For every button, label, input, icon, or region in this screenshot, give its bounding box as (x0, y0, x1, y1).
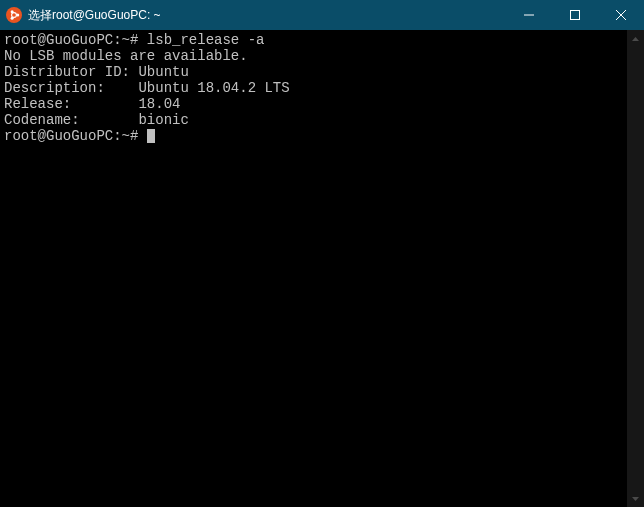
close-button[interactable] (598, 0, 644, 30)
svg-marker-5 (632, 37, 639, 41)
output-text: Description: Ubuntu 18.04.2 LTS (4, 80, 290, 96)
terminal-window: 选择root@GuoGuoPC: ~ root@GuoGuoPC:~# lsb_… (0, 0, 644, 507)
scrollbar[interactable] (627, 30, 644, 507)
cursor (147, 129, 155, 143)
output-text: Codename: bionic (4, 112, 189, 128)
output-text: Distributor ID: Ubuntu (4, 64, 189, 80)
svg-point-3 (12, 13, 17, 18)
window-title: 选择root@GuoGuoPC: ~ (28, 7, 506, 24)
window-controls (506, 0, 644, 30)
terminal-line: Description: Ubuntu 18.04.2 LTS (0, 80, 644, 96)
scroll-down-button[interactable] (627, 490, 644, 507)
svg-rect-4 (571, 11, 580, 20)
output-text: No LSB modules are available. (4, 48, 248, 64)
prompt: root@GuoGuoPC:~# (4, 32, 147, 48)
terminal-line: root@GuoGuoPC:~# (0, 128, 644, 144)
svg-marker-6 (632, 497, 639, 501)
scrollbar-track[interactable] (627, 47, 644, 490)
terminal-area[interactable]: root@GuoGuoPC:~# lsb_release -aNo LSB mo… (0, 30, 644, 507)
terminal-line: Distributor ID: Ubuntu (0, 64, 644, 80)
maximize-button[interactable] (552, 0, 598, 30)
terminal-line: Release: 18.04 (0, 96, 644, 112)
terminal-line: root@GuoGuoPC:~# lsb_release -a (0, 32, 644, 48)
terminal-line: No LSB modules are available. (0, 48, 644, 64)
terminal-line: Codename: bionic (0, 112, 644, 128)
prompt: root@GuoGuoPC:~# (4, 128, 147, 144)
output-text: Release: 18.04 (4, 96, 180, 112)
scroll-up-button[interactable] (627, 30, 644, 47)
command: lsb_release -a (147, 32, 265, 48)
titlebar[interactable]: 选择root@GuoGuoPC: ~ (0, 0, 644, 30)
minimize-button[interactable] (506, 0, 552, 30)
ubuntu-icon (6, 7, 22, 23)
